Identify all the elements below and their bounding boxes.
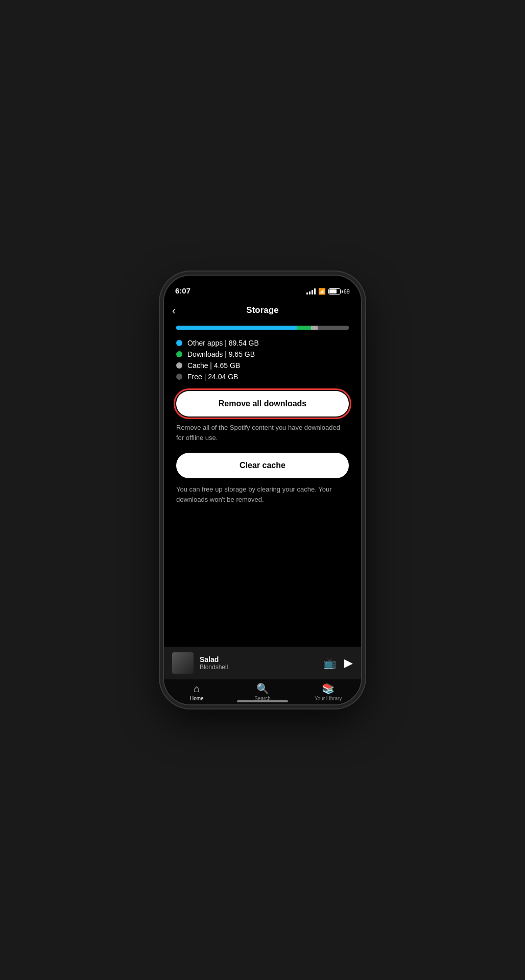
tab-search[interactable]: 🔍 Search	[230, 682, 296, 701]
battery-indicator: 69	[328, 288, 350, 295]
status-time: 6:07	[175, 286, 190, 295]
storage-legend: Other apps | 89.54 GB Downloads | 9.65 G…	[176, 339, 349, 381]
play-button[interactable]: ▶	[344, 656, 353, 670]
storage-progress-bar	[176, 326, 349, 330]
tab-library[interactable]: 📚 Your Library	[295, 682, 361, 701]
remove-downloads-button[interactable]: Remove all downloads	[176, 391, 349, 416]
now-playing-info: Salad Blondshell	[200, 655, 317, 671]
clear-cache-button[interactable]: Clear cache	[176, 453, 349, 478]
clear-cache-description: You can free up storage by clearing your…	[164, 484, 361, 504]
battery-level: 69	[344, 288, 350, 295]
other-apps-dot	[176, 340, 182, 346]
free-dot	[176, 374, 182, 380]
track-artist: Blondshell	[200, 664, 317, 671]
remove-downloads-description: Remove all of the Spotify content you ha…	[164, 423, 361, 443]
free-label: Free | 24.04 GB	[187, 373, 238, 381]
legend-other-apps: Other apps | 89.54 GB	[176, 339, 349, 347]
power-button[interactable]	[361, 368, 362, 403]
cache-dot	[176, 362, 182, 369]
downloads-label: Downloads | 9.65 GB	[187, 350, 255, 358]
back-button[interactable]: ‹	[172, 305, 176, 316]
downloads-dot	[176, 351, 182, 357]
track-title: Salad	[200, 655, 317, 664]
wifi-icon: 📶	[318, 288, 326, 295]
album-art	[172, 652, 194, 674]
remove-downloads-section: Remove all downloads	[164, 391, 361, 416]
storage-section: Other apps | 89.54 GB Downloads | 9.65 G…	[164, 321, 361, 381]
home-indicator	[237, 700, 288, 702]
home-label: Home	[190, 696, 204, 701]
other-apps-label: Other apps | 89.54 GB	[187, 339, 259, 347]
library-icon: 📚	[322, 682, 335, 695]
signal-icon	[306, 288, 316, 295]
now-playing-bar[interactable]: Salad Blondshell 📺 ▶	[164, 647, 361, 679]
screen: 6:07 📶 69	[164, 276, 361, 704]
notch	[224, 276, 301, 291]
home-icon: ⌂	[194, 683, 200, 695]
device-connect-icon[interactable]: 📺	[323, 657, 336, 669]
clear-cache-section: Clear cache	[164, 453, 361, 478]
cache-label: Cache | 4.65 GB	[187, 361, 240, 370]
main-content: ‹ Storage Other apps | 89.54 GB	[164, 298, 361, 704]
progress-other-apps	[176, 326, 297, 330]
page-title: Storage	[246, 305, 278, 315]
search-icon: 🔍	[256, 682, 269, 695]
playback-controls: 📺 ▶	[323, 656, 353, 670]
legend-downloads: Downloads | 9.65 GB	[176, 350, 349, 358]
legend-free: Free | 24.04 GB	[176, 373, 349, 381]
phone-shell: 6:07 📶 69	[163, 275, 362, 705]
library-label: Your Library	[315, 696, 342, 701]
progress-cache	[311, 326, 318, 330]
header: ‹ Storage	[164, 298, 361, 321]
progress-downloads	[297, 326, 311, 330]
tab-home[interactable]: ⌂ Home	[164, 683, 230, 701]
status-icons: 📶 69	[306, 288, 350, 295]
progress-free	[318, 326, 349, 330]
legend-cache: Cache | 4.65 GB	[176, 361, 349, 370]
